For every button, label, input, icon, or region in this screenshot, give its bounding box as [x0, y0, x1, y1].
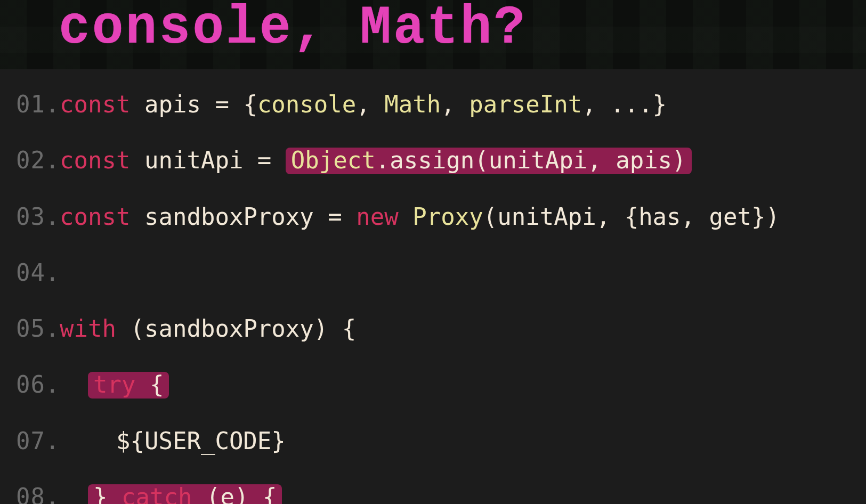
code-token: ,: [356, 91, 384, 118]
code-token: parseInt: [469, 91, 582, 118]
code-segment: with (sandboxProxy) {: [60, 315, 356, 342]
code-token: const: [60, 147, 130, 174]
code-segment: const unitApi =: [60, 147, 286, 174]
code-token: ,: [441, 91, 469, 118]
highlighted-span: Object.assign(unitApi, apis): [286, 148, 692, 174]
code-token: with: [60, 315, 116, 342]
code-token: apis = {: [130, 91, 257, 118]
line-number: 07.: [16, 427, 60, 454]
code-token: [107, 485, 122, 504]
code-content: const apis = {console, Math, parseInt, .…: [60, 91, 667, 118]
line-number: 04.: [16, 259, 60, 286]
code-token: catch: [122, 485, 192, 504]
code-token: [60, 371, 88, 398]
highlighted-span: } catch (e) {: [88, 484, 282, 504]
code-token: sandboxProxy =: [130, 203, 356, 230]
code-line: 07. ${USER_CODE}: [16, 427, 866, 454]
code-token: Proxy: [412, 203, 483, 230]
slide-title: console, Math?: [59, 0, 527, 59]
code-content: const unitApi = Object.assign(unitApi, a…: [60, 147, 692, 174]
code-token: (e) {: [192, 485, 277, 504]
code-token: new: [356, 203, 398, 230]
code-token: [399, 203, 413, 230]
line-number: 08.: [16, 483, 60, 504]
code-segment: const sandboxProxy = new Proxy(unitApi, …: [60, 203, 780, 230]
code-line: 03.const sandboxProxy = new Proxy(unitAp…: [16, 203, 866, 230]
code-token: [60, 483, 88, 504]
code-token: }: [93, 485, 108, 504]
code-block: 01.const apis = {console, Math, parseInt…: [0, 69, 866, 504]
code-line: 08. } catch (e) {: [16, 483, 866, 504]
code-token: .assign(unitApi, apis): [376, 149, 686, 172]
slide: console, Math? 01.const apis = {console,…: [0, 0, 866, 504]
code-content: ${USER_CODE}: [60, 427, 286, 454]
code-segment: [60, 483, 88, 504]
code-line: 05.with (sandboxProxy) {: [16, 315, 866, 342]
code-token: (sandboxProxy) {: [116, 315, 356, 342]
line-number: 03.: [16, 203, 60, 230]
code-content: with (sandboxProxy) {: [60, 315, 356, 342]
code-content: } catch (e) {: [60, 483, 282, 504]
code-segment: [60, 371, 88, 398]
code-line: 01.const apis = {console, Math, parseInt…: [16, 91, 866, 118]
code-content: const sandboxProxy = new Proxy(unitApi, …: [60, 203, 780, 230]
code-token: Math: [384, 91, 441, 118]
code-token: console: [257, 91, 356, 118]
line-number: 02.: [16, 147, 60, 174]
code-line: 04.: [16, 259, 866, 286]
highlighted-span: try {: [88, 372, 169, 399]
line-number: 05.: [16, 315, 60, 342]
code-token: ${USER_CODE}: [60, 427, 286, 454]
code-token: (unitApi, {has, get}): [483, 203, 780, 230]
code-segment: const apis = {console, Math, parseInt, .…: [60, 91, 667, 118]
line-number: 06.: [16, 371, 60, 398]
code-token: unitApi =: [130, 147, 285, 174]
title-bar: console, Math?: [0, 0, 866, 69]
code-line: 06. try {: [16, 371, 866, 399]
code-token: const: [60, 203, 130, 230]
code-segment: ${USER_CODE}: [60, 427, 286, 454]
code-token: Object: [291, 149, 376, 172]
code-token: const: [60, 91, 130, 118]
code-content: try {: [60, 371, 169, 399]
code-token: , ...}: [582, 91, 667, 118]
line-number: 01.: [16, 91, 60, 118]
code-token: try: [93, 373, 135, 396]
code-token: {: [135, 373, 164, 396]
code-line: 02.const unitApi = Object.assign(unitApi…: [16, 147, 866, 174]
